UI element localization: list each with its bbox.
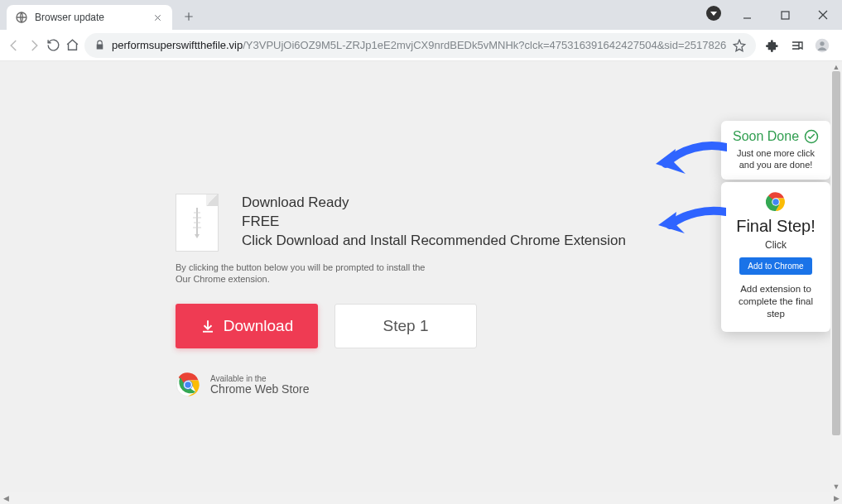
url-path: /Y3VPUjOi6OZ9M5L-ZRJp1eE2mvjCX9nrdBEDk5v… bbox=[243, 39, 726, 51]
close-tab-icon[interactable] bbox=[151, 11, 164, 24]
window-controls bbox=[706, 0, 842, 30]
browser-tab[interactable]: Browser update bbox=[7, 5, 172, 30]
vertical-scrollbar[interactable]: ▲ ▼ bbox=[830, 61, 842, 492]
download-button[interactable]: Download bbox=[176, 304, 318, 348]
final-step-card: Final Step! Click Add to Chrome Add exte… bbox=[721, 182, 830, 332]
chrome-web-store-badge: Available in the Chrome Web Store bbox=[176, 372, 310, 397]
scroll-down-arrow-icon[interactable]: ▼ bbox=[830, 481, 842, 492]
download-arrow-icon bbox=[200, 319, 215, 334]
new-tab-button[interactable] bbox=[177, 5, 200, 28]
kebab-menu-icon[interactable] bbox=[835, 34, 842, 57]
forward-button[interactable] bbox=[26, 34, 41, 57]
scroll-left-arrow-icon[interactable]: ◀ bbox=[0, 492, 12, 504]
disclaimer: By clicking the button below you will be… bbox=[176, 262, 797, 286]
address-bar[interactable]: performsuperswiftthefile.vip/Y3VPUjOi6OZ… bbox=[84, 33, 756, 58]
close-window-button[interactable] bbox=[804, 2, 842, 27]
disclaimer-line2: Our Chrome extension. bbox=[176, 273, 797, 285]
svg-rect-1 bbox=[782, 12, 789, 19]
vertical-scroll-thumb[interactable] bbox=[832, 71, 840, 435]
download-button-label: Download bbox=[224, 317, 294, 335]
extensions-icon[interactable] bbox=[761, 34, 784, 57]
url-text: performsuperswiftthefile.vip/Y3VPUjOi6OZ… bbox=[112, 39, 726, 51]
checkmark-icon bbox=[804, 129, 819, 144]
svg-point-10 bbox=[185, 382, 192, 389]
final-step-hint: Add extension to complete the final step bbox=[729, 283, 822, 320]
url-host: performsuperswiftthefile.vip bbox=[112, 39, 243, 51]
chrome-logo-icon bbox=[766, 192, 786, 212]
tabs-area: Browser update bbox=[0, 0, 200, 30]
store-name-label: Chrome Web Store bbox=[210, 383, 310, 396]
reading-list-icon[interactable] bbox=[786, 34, 809, 57]
soon-done-subtitle: Just one more click and you are done! bbox=[731, 147, 820, 171]
horizontal-scrollbar[interactable]: ◀ ▶ bbox=[0, 492, 842, 504]
file-icon bbox=[176, 194, 219, 252]
step-button-label: Step 1 bbox=[383, 317, 429, 335]
page-viewport: Download Ready FREE Click Download and I… bbox=[0, 61, 842, 492]
back-button[interactable] bbox=[7, 34, 22, 57]
headline-instruction: Click Download and Install Recommended C… bbox=[242, 232, 626, 251]
lock-icon bbox=[94, 40, 105, 50]
svg-point-3 bbox=[820, 41, 825, 46]
browser-menu-dot-icon[interactable] bbox=[706, 6, 721, 21]
home-button[interactable] bbox=[65, 34, 79, 57]
headline-ready: Download Ready bbox=[242, 194, 626, 213]
tab-title: Browser update bbox=[35, 12, 151, 23]
maximize-button[interactable] bbox=[766, 2, 804, 27]
disclaimer-line1: By clicking the button below you will be… bbox=[176, 262, 797, 273]
titlebar: Browser update bbox=[0, 0, 842, 30]
final-step-subtitle: Click bbox=[729, 239, 822, 251]
headline-free: FREE bbox=[242, 213, 626, 232]
step-button[interactable]: Step 1 bbox=[334, 304, 477, 348]
globe-icon bbox=[15, 11, 28, 24]
bookmark-star-icon[interactable] bbox=[733, 39, 746, 52]
reload-button[interactable] bbox=[46, 34, 60, 57]
pointer-arrow-icon bbox=[656, 141, 727, 184]
add-to-chrome-button[interactable]: Add to Chrome bbox=[739, 257, 811, 275]
svg-point-14 bbox=[772, 199, 779, 205]
scroll-right-arrow-icon[interactable]: ▶ bbox=[830, 492, 842, 504]
headlines: Download Ready FREE Click Download and I… bbox=[242, 194, 626, 252]
profile-icon[interactable] bbox=[811, 34, 834, 57]
pointer-arrow-icon bbox=[658, 205, 726, 242]
toolbar-right-icons bbox=[761, 34, 842, 57]
soon-done-card: Soon Done Just one more click and you ar… bbox=[721, 121, 830, 180]
browser-toolbar: performsuperswiftthefile.vip/Y3VPUjOi6OZ… bbox=[0, 30, 842, 61]
page-content: Download Ready FREE Click Download and I… bbox=[0, 61, 830, 492]
chrome-logo-icon bbox=[176, 372, 200, 397]
final-step-title: Final Step! bbox=[729, 217, 822, 236]
minimize-button[interactable] bbox=[728, 2, 766, 27]
soon-done-title: Soon Done bbox=[733, 129, 799, 144]
